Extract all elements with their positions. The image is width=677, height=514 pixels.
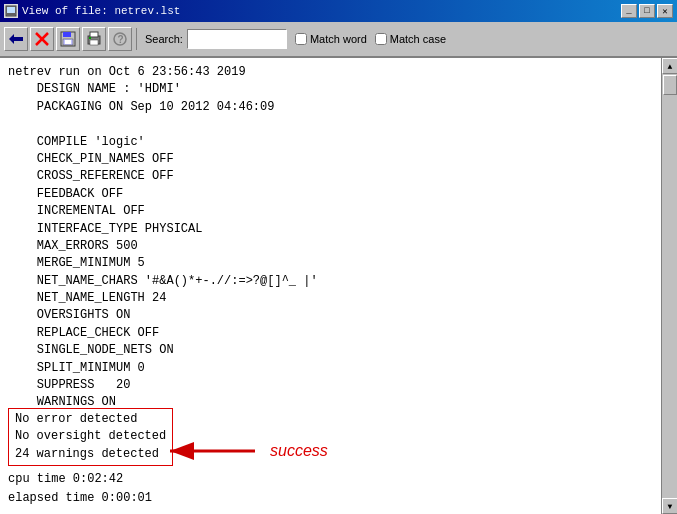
match-case-label: Match case [390, 33, 446, 45]
window-title: View of file: netrev.lst [22, 5, 180, 17]
app-icon [4, 4, 18, 18]
cpu-time: cpu time 0:02:42 [8, 470, 152, 489]
result-line-2: No oversight detected [15, 428, 166, 445]
content-line-16: SPLIT_MINIMUM 0 [8, 361, 145, 375]
svg-rect-14 [89, 37, 91, 39]
svg-rect-8 [63, 32, 71, 37]
close-file-button[interactable] [30, 27, 54, 51]
success-text: success [270, 442, 328, 460]
save-button[interactable] [56, 27, 80, 51]
svg-rect-4 [14, 37, 23, 41]
match-case-checkbox[interactable] [375, 33, 387, 45]
back-button[interactable] [4, 27, 28, 51]
scroll-track[interactable] [662, 74, 677, 498]
match-word-label: Match word [310, 33, 367, 45]
svg-marker-3 [9, 34, 14, 44]
header-line: netrev run on Oct 6 23:56:43 2019 [8, 65, 246, 79]
svg-rect-13 [90, 40, 98, 45]
scroll-up-button[interactable]: ▲ [662, 58, 677, 74]
result-box: No error detected No oversight detected … [8, 408, 173, 466]
content-line-6: FEEDBACK OFF [8, 187, 123, 201]
timing-area: cpu time 0:02:42 elapsed time 0:00:01 [8, 470, 152, 508]
svg-rect-1 [7, 7, 15, 13]
title-bar: View of file: netrev.lst _ □ ✕ [0, 0, 677, 22]
scroll-thumb[interactable] [663, 75, 677, 95]
scroll-down-button[interactable]: ▼ [662, 498, 677, 514]
content-line-14: REPLACE_CHECK OFF [8, 326, 159, 340]
svg-text:?: ? [118, 34, 124, 45]
minimize-button[interactable]: _ [621, 4, 637, 18]
result-line-3: 24 warnings detected [15, 446, 166, 463]
content-area: netrev run on Oct 6 23:56:43 2019 DESIGN… [0, 58, 661, 514]
search-input[interactable] [187, 29, 287, 49]
content-line-13: OVERSIGHTS ON [8, 308, 130, 322]
content-line-5: CROSS_REFERENCE OFF [8, 169, 174, 183]
elapsed-time: elapsed time 0:00:01 [8, 489, 152, 508]
content-line-12: NET_NAME_LENGTH 24 [8, 291, 166, 305]
content-line-3: COMPILE 'logic' [8, 135, 145, 149]
arrow-icon [160, 436, 260, 466]
svg-rect-10 [65, 40, 71, 44]
content-line-7: INCREMENTAL OFF [8, 204, 145, 218]
close-button[interactable]: ✕ [657, 4, 673, 18]
content-line-11: NET_NAME_CHARS '#&A()*+-.//:=>?@[]^_ |' [8, 274, 318, 288]
content-line-4: CHECK_PIN_NAMES OFF [8, 152, 174, 166]
toolbar-separator [136, 28, 137, 50]
success-area: success [160, 436, 328, 466]
match-word-group: Match word [295, 33, 367, 45]
print-button[interactable] [82, 27, 106, 51]
content-line-9: MAX_ERRORS 500 [8, 239, 138, 253]
content-line-1: PACKAGING ON Sep 10 2012 04:46:09 [8, 100, 274, 114]
svg-rect-12 [90, 32, 98, 37]
content-line-8: INTERFACE_TYPE PHYSICAL [8, 222, 202, 236]
match-case-group: Match case [375, 33, 446, 45]
content-line-15: SINGLE_NODE_NETS ON [8, 343, 174, 357]
help-button[interactable]: ? [108, 27, 132, 51]
content-line-17: SUPPRESS 20 [8, 378, 130, 392]
toolbar: ? Search: Match word Match case [0, 22, 677, 58]
main-area: netrev run on Oct 6 23:56:43 2019 DESIGN… [0, 58, 677, 514]
search-label: Search: [145, 33, 183, 45]
content-line-10: MERGE_MINIMUM 5 [8, 256, 145, 270]
vertical-scrollbar[interactable]: ▲ ▼ [661, 58, 677, 514]
match-word-checkbox[interactable] [295, 33, 307, 45]
maximize-button[interactable]: □ [639, 4, 655, 18]
window-controls: _ □ ✕ [621, 4, 673, 18]
result-line-1: No error detected [15, 411, 166, 428]
content-line-0: DESIGN NAME : 'HDMI' [8, 82, 181, 96]
